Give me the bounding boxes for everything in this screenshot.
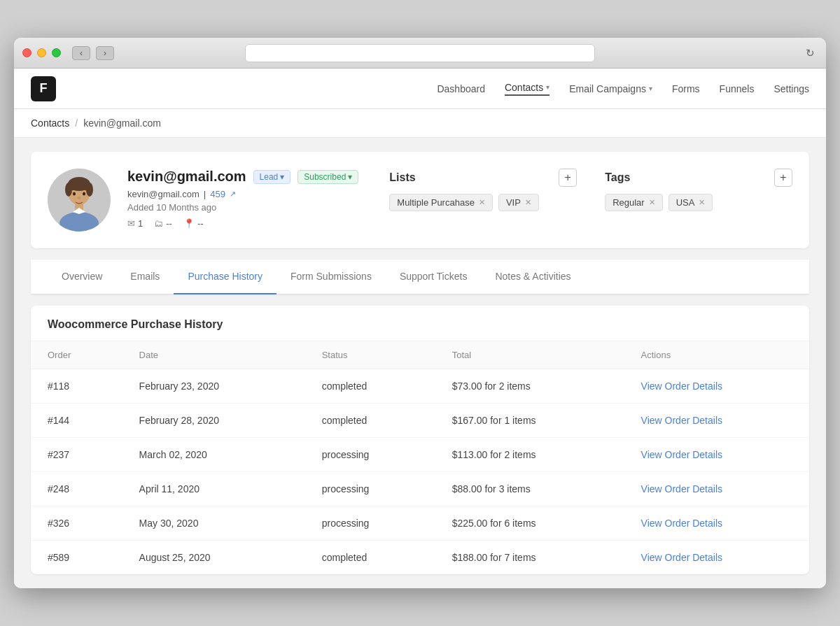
contact-added: Added 10 Months ago [127,202,358,213]
avatar [48,169,111,232]
back-button[interactable]: ‹ [72,46,90,60]
cell-status: processing [305,506,435,541]
table-title: Woocommerce Purchase History [31,306,809,341]
view-order-link[interactable]: View Order Details [641,449,722,460]
cell-total: $167.00 for 1 items [435,404,624,438]
lists-title: Lists [389,171,415,184]
contact-sub-row: kevin@gmail.com | 459 ↗ [127,189,358,199]
cell-total: $188.00 for 7 items [435,541,624,575]
forward-button[interactable]: › [96,46,114,60]
cell-date: March 02, 2020 [122,438,305,472]
titlebar: ‹ › ↻ [14,38,826,69]
tab-support-tickets[interactable]: Support Tickets [386,259,482,294]
cell-status: completed [305,369,435,404]
cell-order: #144 [31,404,122,438]
remove-list-item-1[interactable]: ✕ [525,198,531,207]
nav-contacts[interactable]: Contacts ▾ [505,82,550,96]
tags-title: Tags [605,171,630,184]
cell-action[interactable]: View Order Details [624,541,809,575]
add-tag-button[interactable]: + [774,169,792,187]
pipe-separator: | [204,189,206,199]
nav-forms[interactable]: Forms [672,83,700,94]
view-order-link[interactable]: View Order Details [641,415,722,426]
cell-total: $73.00 for 2 items [435,369,624,404]
external-link-icon[interactable]: ↗ [230,190,236,199]
table-row: #144 February 28, 2020 completed $167.00… [31,404,809,438]
cell-action[interactable]: View Order Details [624,472,809,506]
stat-files: 🗂 -- [154,218,172,229]
contact-email: kevin@gmail.com [127,169,246,185]
cell-status: processing [305,472,435,506]
location-icon: 📍 [183,218,195,229]
nav-links: Dashboard Contacts ▾ Email Campaigns ▾ F… [437,82,809,96]
chevron-down-icon: ▾ [649,85,652,92]
cell-action[interactable]: View Order Details [624,404,809,438]
cell-action[interactable]: View Order Details [624,438,809,472]
main-content: kevin@gmail.com Lead ▾ Subscribed ▾ kevi… [14,138,826,588]
nav-email-campaigns[interactable]: Email Campaigns ▾ [569,83,652,94]
col-date: Date [122,341,305,369]
cell-order: #326 [31,506,122,541]
stat-location: 📍 -- [183,218,204,229]
cell-order: #237 [31,438,122,472]
email-icon: ✉ [127,218,135,229]
cell-total: $113.00 for 2 items [435,438,624,472]
tab-form-submissions[interactable]: Form Submissions [276,259,386,294]
logo[interactable]: F [31,76,56,101]
maximize-button[interactable] [52,48,61,57]
col-status: Status [305,341,435,369]
window-controls [22,48,61,57]
nav-funnels[interactable]: Funnels [720,83,755,94]
svg-point-3 [65,183,72,197]
remove-tag-0[interactable]: ✕ [649,198,655,207]
col-actions: Actions [624,341,809,369]
tab-overview[interactable]: Overview [48,259,116,294]
view-order-link[interactable]: View Order Details [641,483,722,495]
logo-icon: F [40,81,48,96]
view-order-link[interactable]: View Order Details [641,518,722,529]
chevron-down-icon: ▾ [546,83,550,91]
svg-point-9 [83,192,85,196]
cell-status: processing [305,438,435,472]
table-row: #326 May 30, 2020 processing $225.00 for… [31,506,809,541]
cell-status: completed [305,541,435,575]
browser-nav: ‹ › [72,46,114,60]
list-item: Multiple Purcahase ✕ [389,194,493,211]
contact-id-link[interactable]: 459 [210,189,225,199]
cell-order: #118 [31,369,122,404]
breadcrumb: Contacts / kevin@gmail.com [14,109,826,138]
svg-point-8 [73,192,76,196]
cell-action[interactable]: View Order Details [624,506,809,541]
contact-email-row: kevin@gmail.com Lead ▾ Subscribed ▾ [127,169,358,185]
tags-block: Tags + Regular ✕ USA ✕ [605,169,792,211]
tab-notes-activities[interactable]: Notes & Activities [481,259,584,294]
table-row: #248 April 11, 2020 processing $88.00 fo… [31,472,809,506]
list-item: VIP ✕ [498,194,539,211]
lists-block: Lists + Multiple Purcahase ✕ VIP ✕ [389,169,577,211]
nav-dashboard[interactable]: Dashboard [437,83,485,94]
cell-date: August 25, 2020 [122,541,305,575]
add-list-button[interactable]: + [559,169,577,187]
remove-list-item-0[interactable]: ✕ [479,198,485,207]
view-order-link[interactable]: View Order Details [641,380,722,392]
nav-settings[interactable]: Settings [774,83,809,94]
breadcrumb-root[interactable]: Contacts [31,118,69,129]
breadcrumb-separator: / [75,118,78,129]
cell-order: #248 [31,472,122,506]
breadcrumb-current: kevin@gmail.com [83,118,161,129]
tab-purchase-history[interactable]: Purchase History [174,259,276,294]
purchase-table: Order Date Status Total Actions #118 Feb… [31,341,809,574]
remove-tag-1[interactable]: ✕ [699,198,705,207]
close-button[interactable] [22,48,31,57]
cell-action[interactable]: View Order Details [624,369,809,404]
cell-status: completed [305,404,435,438]
contact-stats: ✉ 1 🗂 -- 📍 -- [127,218,358,229]
view-order-link[interactable]: View Order Details [641,552,722,563]
badge-lead[interactable]: Lead ▾ [253,170,291,184]
minimize-button[interactable] [37,48,46,57]
reload-button[interactable]: ↻ [806,47,815,59]
tab-emails[interactable]: Emails [116,259,174,294]
folder-icon: 🗂 [154,218,163,229]
badge-subscribed[interactable]: Subscribed ▾ [298,170,358,184]
url-bar[interactable] [245,44,595,62]
